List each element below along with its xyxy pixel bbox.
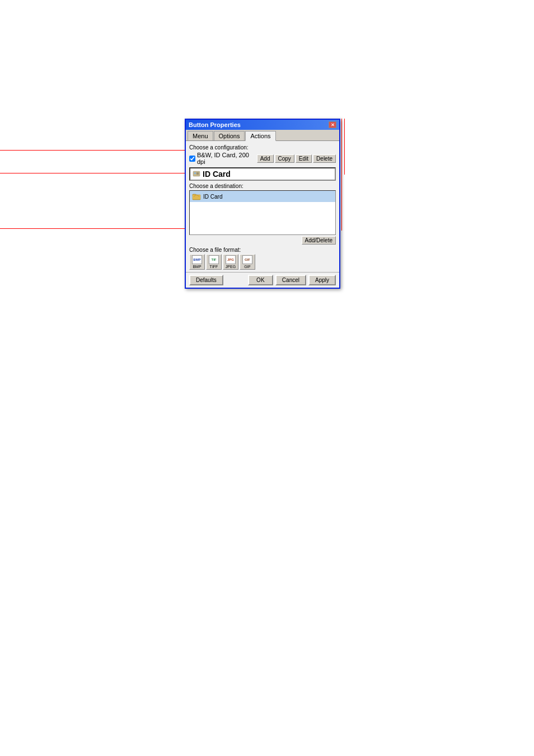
edit-config-button[interactable]: Edit — [296, 154, 312, 163]
dialog-content: Choose a configuration: B&W, ID Card, 20… — [186, 141, 339, 272]
jpeg-label: JPEG — [226, 265, 236, 269]
delete-config-button[interactable]: Delete — [313, 154, 336, 163]
tab-menu[interactable]: Menu — [188, 131, 213, 140]
title-bar-buttons: ✕ — [329, 121, 336, 128]
button-properties-dialog: Button Properties ✕ Menu Options Actions… — [185, 119, 340, 289]
config-section: Choose a configuration: B&W, ID Card, 20… — [189, 144, 336, 165]
format-icons-row: BMP BMP TIF TIFF JPG JPEG GIF GIF — [189, 254, 336, 270]
add-config-button[interactable]: Add — [257, 154, 274, 163]
annotation-line-1 — [0, 150, 190, 151]
tiff-label: TIFF — [210, 265, 218, 269]
svg-rect-1 — [194, 172, 196, 174]
tab-options[interactable]: Options — [214, 131, 245, 140]
gif-label: GIF — [244, 265, 251, 269]
destination-list-wrapper: ID Card — [189, 190, 336, 235]
defaults-button[interactable]: Defaults — [189, 275, 223, 285]
destination-item-icon — [192, 192, 201, 201]
format-jpeg-button[interactable]: JPG JPEG — [223, 254, 238, 270]
config-row: B&W, ID Card, 200 dpi Add Copy Edit Dele… — [189, 152, 336, 165]
apply-button[interactable]: Apply — [308, 275, 336, 285]
name-field: ID Card — [189, 167, 336, 181]
tiff-icon: TIF — [209, 255, 219, 264]
destination-label: Choose a destination: — [189, 183, 336, 189]
add-delete-section: Add/Delete — [189, 236, 336, 245]
ok-button[interactable]: OK — [248, 275, 273, 285]
format-gif-button[interactable]: GIF GIF — [240, 254, 255, 270]
destination-item[interactable]: ID Card — [190, 191, 335, 202]
close-button[interactable]: ✕ — [329, 121, 336, 128]
config-checkbox[interactable] — [189, 156, 195, 162]
checkbox-row: B&W, ID Card, 200 dpi — [189, 152, 255, 165]
svg-rect-6 — [193, 195, 200, 199]
id-card-icon — [193, 170, 200, 178]
gif-icon: GIF — [242, 255, 252, 264]
copy-config-button[interactable]: Copy — [275, 154, 294, 163]
bmp-icon: BMP — [192, 255, 202, 264]
config-section-label: Choose a configuration: — [189, 144, 336, 151]
jpeg-icon: JPG — [226, 255, 236, 264]
name-icon — [193, 170, 200, 178]
destination-item-label: ID Card — [203, 194, 222, 200]
config-checkbox-label: B&W, ID Card, 200 dpi — [197, 152, 255, 165]
dialog-title: Button Properties — [189, 121, 241, 128]
cancel-button[interactable]: Cancel — [275, 275, 306, 285]
format-bmp-button[interactable]: BMP BMP — [189, 254, 205, 270]
config-buttons: Add Copy Edit Delete — [257, 154, 336, 163]
destination-list[interactable]: ID Card — [189, 190, 336, 235]
add-delete-button[interactable]: Add/Delete — [302, 236, 336, 245]
annotation-line-v2 — [344, 119, 345, 175]
action-buttons: OK Cancel Apply — [248, 275, 336, 285]
bmp-label: BMP — [193, 265, 201, 269]
name-field-value: ID Card — [203, 170, 231, 179]
annotation-line-3 — [0, 228, 190, 229]
format-section-label: Choose a file format: — [189, 247, 336, 253]
folder-icon — [192, 192, 201, 201]
bottom-buttons: Defaults OK Cancel Apply — [186, 272, 339, 288]
tab-actions[interactable]: Actions — [245, 131, 275, 141]
svg-rect-0 — [193, 171, 200, 176]
destination-section: Choose a destination: ID Card — [189, 183, 336, 245]
annotation-line-v1 — [341, 119, 342, 231]
annotation-line-2 — [0, 173, 190, 173]
format-tiff-button[interactable]: TIF TIFF — [206, 254, 222, 270]
format-section: Choose a file format: BMP BMP TIF TIFF J… — [189, 247, 336, 270]
title-bar: Button Properties ✕ — [186, 120, 339, 130]
tab-bar: Menu Options Actions — [186, 130, 339, 141]
